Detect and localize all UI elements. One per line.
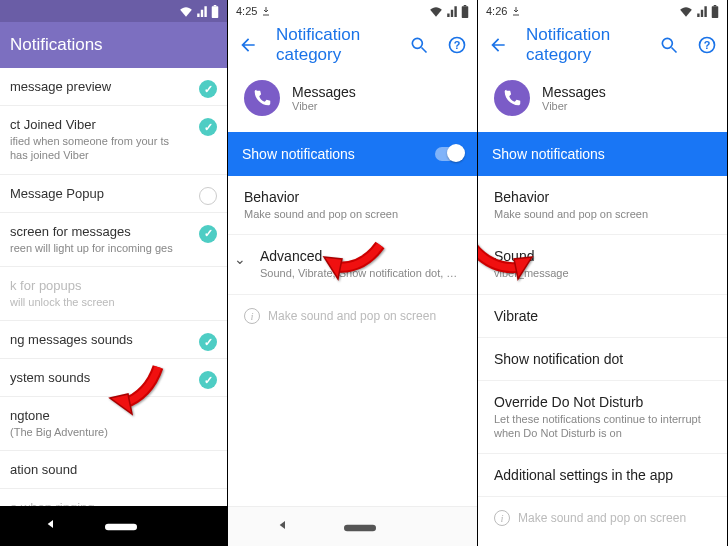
signal-icon (196, 5, 208, 17)
back-icon[interactable] (238, 35, 258, 55)
svg-text:?: ? (704, 39, 711, 51)
info-row: i Make sound and pop on screen (228, 295, 477, 337)
help-icon[interactable]: ? (697, 35, 717, 55)
panel-viber-notifications: Notifications message preview ct Joined … (0, 0, 228, 546)
info-icon: i (494, 510, 510, 526)
row-notification-sound[interactable]: ation sound (0, 451, 227, 489)
svg-line-13 (672, 48, 677, 53)
checkbox-icon[interactable] (199, 333, 217, 351)
battery-icon (711, 5, 719, 18)
info-icon: i (244, 308, 260, 324)
settings-list: message preview ct Joined Viber ified wh… (0, 68, 227, 506)
app-name: Messages (542, 84, 606, 100)
status-bar (0, 0, 227, 22)
svg-point-12 (662, 38, 672, 48)
row-message-popup[interactable]: Message Popup (0, 175, 227, 213)
row-behavior[interactable]: Behavior Make sound and pop on screen (478, 176, 727, 235)
svg-rect-3 (462, 6, 469, 18)
svg-text:?: ? (454, 39, 461, 51)
svg-rect-4 (464, 5, 467, 6)
svg-rect-10 (712, 6, 719, 18)
viber-app-icon (494, 80, 530, 116)
search-icon[interactable] (409, 35, 429, 55)
checkbox-icon[interactable] (199, 371, 217, 389)
app-publisher: Viber (542, 100, 606, 112)
download-icon (261, 6, 271, 16)
battery-icon (211, 5, 219, 18)
help-icon[interactable]: ? (447, 35, 467, 55)
nav-bar (228, 506, 477, 546)
row-override-dnd[interactable]: Override Do Not Disturb Let these notifi… (478, 381, 727, 455)
row-system-sounds[interactable]: ystem sounds (0, 359, 227, 397)
info-text: Make sound and pop on screen (518, 511, 686, 525)
row-sound[interactable]: Sound viber_message (478, 235, 727, 294)
status-time: 4:26 (486, 5, 507, 17)
show-notifications-bar: Show notifications (478, 132, 727, 176)
svg-rect-2 (105, 524, 137, 530)
status-bar: 4:25 (228, 0, 477, 22)
show-notifications-label: Show notifications (242, 146, 355, 162)
row-advanced[interactable]: ⌄ Advanced Sound, Vibrate, Show notifica… (228, 235, 477, 294)
row-vibrate[interactable]: Vibrate (478, 295, 727, 338)
show-notifications-toggle[interactable] (435, 147, 463, 161)
row-ringtone[interactable]: ngtone (The Big Adventure) (0, 397, 227, 451)
signal-icon (446, 5, 458, 17)
app-publisher: Viber (292, 100, 356, 112)
page-title: Notifications (10, 35, 103, 55)
panel-notification-category-collapsed: 4:25 Notification category ? (228, 0, 478, 546)
nav-back-icon[interactable] (275, 517, 291, 537)
wifi-icon (679, 5, 693, 17)
app-bar: Notification category ? (478, 22, 727, 68)
back-icon[interactable] (488, 35, 508, 55)
page-title: Notification category (526, 25, 623, 65)
info-row: i Make sound and pop on screen (478, 497, 727, 539)
chevron-down-icon: ⌄ (234, 251, 246, 267)
row-vibrate-ringing: e when ringing (0, 489, 227, 506)
svg-line-6 (422, 48, 427, 53)
checkbox-icon[interactable] (199, 80, 217, 98)
status-bar: 4:26 (478, 0, 727, 22)
svg-rect-0 (212, 6, 219, 18)
app-name: Messages (292, 84, 356, 100)
wifi-icon (179, 5, 193, 17)
row-additional-settings[interactable]: Additional settings in the app (478, 454, 727, 497)
panel-notification-category-expanded: 4:26 Notification category ? (478, 0, 728, 546)
show-notifications-bar: Show notifications (228, 132, 477, 176)
app-identity[interactable]: Messages Viber (478, 68, 727, 132)
app-bar: Notification category ? (228, 22, 477, 68)
row-show-dot[interactable]: Show notification dot (478, 338, 727, 381)
app-identity[interactable]: Messages Viber (228, 68, 477, 132)
checkbox-icon[interactable] (199, 187, 217, 205)
checkbox-icon[interactable] (199, 118, 217, 136)
search-icon[interactable] (659, 35, 679, 55)
row-message-preview[interactable]: message preview (0, 68, 227, 106)
viber-app-icon (244, 80, 280, 116)
svg-rect-11 (714, 5, 717, 6)
row-unlock-popups: k for popups will unlock the screen (0, 267, 227, 321)
svg-rect-1 (214, 5, 217, 6)
info-text: Make sound and pop on screen (268, 309, 436, 323)
row-behavior[interactable]: Behavior Make sound and pop on screen (228, 176, 477, 235)
signal-icon (696, 5, 708, 17)
nav-bar (0, 506, 227, 546)
nav-home-icon[interactable] (105, 517, 137, 535)
page-title: Notification category (276, 25, 373, 65)
row-message-sounds[interactable]: ng messages sounds (0, 321, 227, 359)
status-time: 4:25 (236, 5, 257, 17)
svg-point-5 (412, 38, 422, 48)
battery-icon (461, 5, 469, 18)
checkbox-icon[interactable] (199, 225, 217, 243)
wifi-icon (429, 5, 443, 17)
row-contact-joined[interactable]: ct Joined Viber ified when someone from … (0, 106, 227, 175)
nav-back-icon[interactable] (43, 516, 59, 536)
show-notifications-label: Show notifications (492, 146, 605, 162)
nav-home-icon[interactable] (344, 518, 376, 536)
svg-rect-9 (344, 524, 376, 530)
row-screen-for-messages[interactable]: screen for messages reen will light up f… (0, 213, 227, 267)
download-icon (511, 6, 521, 16)
app-bar: Notifications (0, 22, 227, 68)
